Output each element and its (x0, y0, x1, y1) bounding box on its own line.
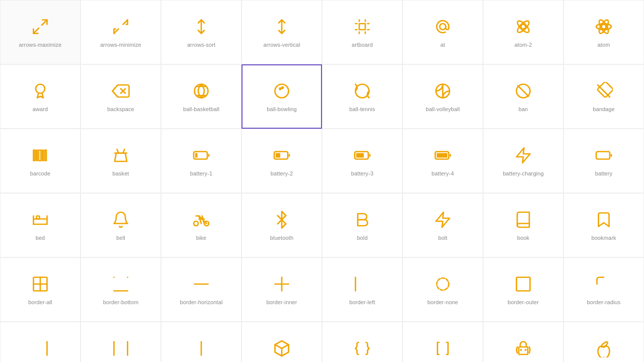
box-icon (272, 338, 292, 358)
icon-cell-braces[interactable]: braces (322, 322, 403, 362)
svg-rect-46 (195, 153, 198, 158)
ball-basketball-label: ball-basketball (183, 106, 219, 112)
battery-4-icon (433, 145, 453, 165)
icon-cell-ball-basketball[interactable]: ball-basketball (161, 64, 242, 129)
bed-label: bed (36, 235, 45, 241)
icon-grid: arrows-maximizearrows-minimizearrows-sor… (0, 0, 644, 362)
border-radius-icon (594, 274, 614, 294)
bell-label: bell (116, 235, 125, 241)
icon-cell-border-right[interactable]: border-right (0, 322, 80, 362)
at-label: at (440, 42, 445, 48)
icon-cell-atom[interactable]: atom (564, 0, 644, 64)
icon-cell-border-bottom[interactable]: border-bottom (80, 257, 161, 322)
icon-cell-bookmark[interactable]: bookmark (564, 193, 644, 257)
icon-cell-award[interactable]: award (0, 64, 80, 129)
ball-bowling-icon (272, 81, 292, 101)
icon-cell-border-all[interactable]: border-all (0, 257, 80, 322)
svg-point-19 (602, 25, 606, 29)
icon-cell-atom-2[interactable]: atom-2 (483, 0, 564, 64)
icon-cell-brackets[interactable]: brackets (403, 322, 483, 362)
border-left-label: border-left (349, 299, 375, 305)
ball-bowling-label: ball-bowling (267, 106, 296, 112)
icon-cell-border-radius[interactable]: border-radius (564, 257, 644, 322)
icon-cell-bandage[interactable]: bandage (564, 64, 644, 129)
arrows-maximize-icon (30, 17, 50, 37)
border-bottom-icon (111, 274, 131, 294)
arrows-minimize-icon (111, 17, 131, 37)
icon-cell-battery-3[interactable]: battery-3 (322, 129, 403, 193)
border-inner-label: border-inner (266, 299, 297, 305)
battery-4-label: battery-4 (432, 170, 454, 176)
svg-rect-39 (37, 150, 38, 161)
icon-cell-battery-2[interactable]: battery-2 (242, 129, 322, 193)
arrows-vertical-icon (272, 17, 292, 37)
border-none-icon (433, 274, 453, 294)
icon-cell-ball-tennis[interactable]: ball-tennis (322, 64, 403, 129)
bookmark-label: bookmark (591, 235, 616, 241)
border-inner-icon (272, 274, 292, 294)
icon-cell-battery-1[interactable]: battery-1 (161, 129, 242, 193)
icon-cell-arrows-vertical[interactable]: arrows-vertical (242, 0, 322, 64)
icon-cell-border-horizontal[interactable]: border-horizontal (161, 257, 242, 322)
icon-cell-border-inner[interactable]: border-inner (242, 257, 322, 322)
bell-icon (111, 210, 131, 230)
svg-line-1 (34, 28, 39, 34)
icon-cell-bike[interactable]: bike (161, 193, 242, 257)
backspace-label: backspace (107, 106, 134, 112)
icon-cell-ban[interactable]: ban (483, 64, 564, 129)
icon-cell-border-sides[interactable]: border-sides (80, 322, 161, 362)
icon-cell-bell[interactable]: bell (80, 193, 161, 257)
award-icon (30, 81, 50, 101)
border-radius-label: border-radius (587, 299, 621, 305)
border-horizontal-icon (191, 274, 211, 294)
icon-cell-border-outer[interactable]: border-outer (483, 257, 564, 322)
atom-icon (594, 17, 614, 37)
border-right-icon (30, 338, 50, 358)
border-bottom-label: border-bottom (103, 299, 139, 305)
svg-rect-58 (37, 216, 40, 219)
svg-line-36 (518, 86, 529, 97)
icon-cell-arrows-minimize[interactable]: arrows-minimize (80, 0, 161, 64)
braces-icon (352, 338, 372, 358)
icon-cell-bed[interactable]: bed (0, 193, 80, 257)
icon-cell-brand-android[interactable]: brand-android (483, 322, 564, 362)
atom-label: atom (598, 42, 610, 48)
ball-tennis-label: ball-tennis (349, 106, 375, 112)
icon-cell-battery-4[interactable]: battery-4 (403, 129, 483, 193)
icon-cell-battery-charging[interactable]: battery-charging (483, 129, 564, 193)
icon-cell-bold[interactable]: bold (322, 193, 403, 257)
icon-cell-artboard[interactable]: artboard (322, 0, 403, 64)
icon-cell-bolt[interactable]: bolt (403, 193, 483, 257)
icon-cell-box[interactable]: box (242, 322, 322, 362)
icon-cell-border-none[interactable]: border-none (403, 257, 483, 322)
icon-cell-ball-bowling[interactable]: ball-bowling (242, 64, 322, 129)
icon-cell-basket[interactable]: basket (80, 129, 161, 193)
bluetooth-icon (272, 210, 292, 230)
icon-cell-at[interactable]: at (403, 0, 483, 64)
icon-cell-arrows-sort[interactable]: arrows-sort (161, 0, 242, 64)
svg-point-79 (521, 349, 522, 350)
icon-cell-bluetooth[interactable]: bluetooth (242, 193, 322, 257)
icon-cell-book[interactable]: book (483, 193, 564, 257)
arrows-sort-icon (191, 17, 211, 37)
battery-charging-icon (513, 145, 533, 165)
icon-cell-backspace[interactable]: backspace (80, 64, 161, 129)
bluetooth-label: bluetooth (270, 235, 293, 241)
book-label: book (517, 235, 529, 241)
icon-cell-brand-apple[interactable]: brand-apple (564, 322, 644, 362)
battery-icon (594, 145, 614, 165)
bandage-label: bandage (593, 106, 615, 112)
border-horizontal-label: border-horizontal (180, 299, 222, 305)
svg-rect-73 (517, 278, 530, 291)
icon-cell-battery[interactable]: battery (564, 129, 644, 193)
icon-cell-border-vertical[interactable]: border-vertical (161, 322, 242, 362)
icon-cell-border-left[interactable]: border-left (322, 257, 403, 322)
svg-rect-41 (43, 150, 44, 161)
border-outer-label: border-outer (508, 299, 539, 305)
svg-rect-38 (34, 150, 35, 161)
book-icon (513, 210, 533, 230)
icon-cell-ball-volleyball[interactable]: ball-volleyball (403, 64, 483, 129)
icon-cell-arrows-maximize[interactable]: arrows-maximize (0, 0, 80, 64)
ball-basketball-icon (191, 81, 211, 101)
icon-cell-barcode[interactable]: barcode (0, 129, 80, 193)
